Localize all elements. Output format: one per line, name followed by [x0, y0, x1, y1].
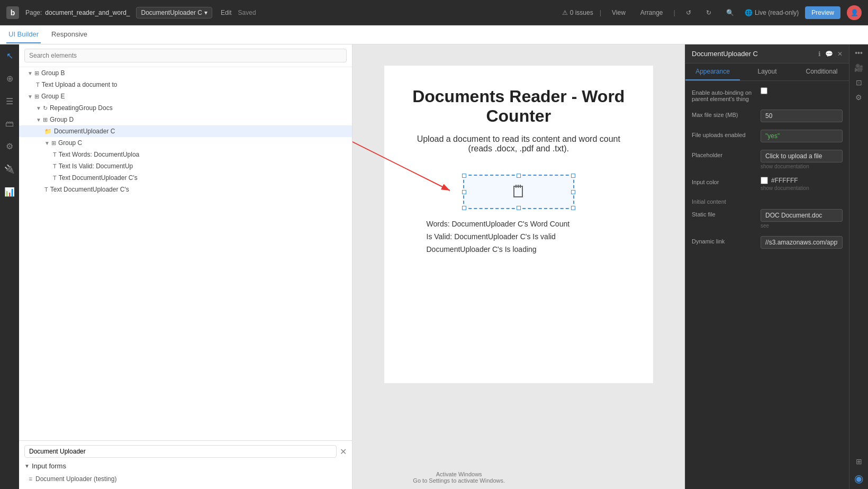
- tab-conditional[interactable]: Conditional: [794, 64, 849, 80]
- close-icon[interactable]: ✕: [837, 50, 843, 58]
- list-icon: ≡: [29, 475, 32, 483]
- tree-label: Text Upload a document to: [42, 81, 117, 88]
- tree-item-text-uploader1[interactable]: T Text DocumentUploader C's: [19, 172, 352, 184]
- list-item-doc-uploader[interactable]: ≡ Document Uploader (testing): [24, 473, 347, 485]
- layers-icon[interactable]: ☰: [4, 94, 15, 108]
- arrow-icon: ▼: [36, 105, 41, 111]
- tree-label: RepeatingGroup Docs: [50, 104, 113, 112]
- resize-handle-bm[interactable]: [517, 206, 521, 210]
- resize-handle-rm[interactable]: [571, 190, 575, 194]
- arrange-button[interactable]: Arrange: [636, 7, 667, 19]
- undo-button[interactable]: ↺: [682, 7, 695, 19]
- tab-layout[interactable]: Layout: [740, 64, 794, 80]
- tree-label: DocumentUploader C: [54, 128, 115, 135]
- field-placeholder: Placeholder show documentation: [692, 150, 843, 169]
- edit-button[interactable]: Edit: [221, 9, 232, 16]
- arrow-icon: ▼: [28, 94, 33, 99]
- resize-handle-bl[interactable]: [462, 206, 466, 210]
- group-icon: ⊞: [34, 70, 39, 77]
- tree-label: Text Is Valid: DocumentUp: [59, 162, 133, 170]
- static-file-input[interactable]: [761, 209, 843, 222]
- dots-icon[interactable]: •••: [855, 49, 863, 57]
- tree-item-group-b[interactable]: ▼ ⊞ Group B: [19, 67, 352, 79]
- tree-item-document-uploader[interactable]: 📁 DocumentUploader C: [19, 125, 352, 137]
- tab-responsive[interactable]: Responsive: [49, 26, 89, 43]
- settings-icon[interactable]: ⚙: [4, 139, 15, 153]
- max-file-size-input[interactable]: [761, 110, 843, 122]
- text-icon: T: [44, 186, 48, 193]
- pointer-icon[interactable]: ↖: [4, 49, 15, 63]
- field-label: Input color: [692, 177, 761, 185]
- search-button[interactable]: 🔍: [722, 7, 738, 19]
- elements-icon[interactable]: ⊕: [4, 71, 15, 86]
- field-label: Static file: [692, 209, 761, 218]
- input-forms-section: ▼ Input forms: [24, 462, 347, 470]
- tree-item-text-words[interactable]: T Text Words: DocumentUploa: [19, 149, 352, 160]
- tab-ui-builder[interactable]: UI Builder: [6, 26, 41, 43]
- data-icon[interactable]: 🗃: [3, 117, 16, 131]
- view-button[interactable]: View: [608, 7, 630, 19]
- color-swatch[interactable]: [761, 177, 768, 184]
- resize-handle-tm[interactable]: [517, 174, 521, 178]
- element-selector[interactable]: DocumentUploader C ▾: [136, 7, 212, 19]
- tree-item-group-c[interactable]: ▼ ⊞ Group C: [19, 137, 352, 149]
- preview-button[interactable]: Preview: [805, 6, 840, 19]
- color-value: #FFFFFF: [771, 177, 798, 184]
- grid-icon[interactable]: ⊞: [856, 457, 862, 466]
- plugins-icon[interactable]: 🔌: [2, 162, 17, 176]
- video-icon[interactable]: 🎥: [854, 64, 863, 72]
- circle-icon[interactable]: ◉: [854, 472, 863, 485]
- tree-item-group-d[interactable]: ▼ ⊞ Group D: [19, 114, 352, 125]
- resize-handle-tl[interactable]: [462, 174, 466, 178]
- resize-handle-lm[interactable]: [462, 190, 466, 194]
- comment-icon[interactable]: 💬: [825, 50, 833, 58]
- tree-label: Group D: [50, 116, 74, 123]
- dynamic-link-input[interactable]: [761, 236, 843, 249]
- field-max-file-size: Max file size (MB): [692, 110, 843, 122]
- arrow-icon: ▼: [36, 117, 41, 123]
- upload-widget[interactable]: 🗒: [463, 175, 574, 209]
- file-uploads-input[interactable]: [761, 130, 843, 142]
- initial-content-section: Initial content: [692, 198, 843, 205]
- analytics-icon[interactable]: 📊: [2, 185, 17, 199]
- app-logo: b: [6, 6, 19, 19]
- list-item-label: Document Uploader (testing): [35, 475, 116, 483]
- input-color-doc-link[interactable]: show documentation: [761, 185, 843, 191]
- search-input[interactable]: [24, 49, 347, 62]
- tree-item-text-uploader2[interactable]: T Text DocumentUploader C's: [19, 184, 352, 195]
- tree-item-text-upload[interactable]: T Text Upload a document to: [19, 79, 352, 90]
- placeholder-input[interactable]: [761, 150, 843, 162]
- info-text-loading: DocumentUploader C's Is loading: [427, 245, 611, 253]
- group-icon: ⊞: [34, 93, 39, 100]
- resize-handle-tr[interactable]: [571, 174, 575, 178]
- see-link[interactable]: see: [761, 223, 843, 229]
- warning-icon: ⚠: [562, 9, 568, 16]
- tree-item-group-e[interactable]: ▼ ⊞ Group E: [19, 90, 352, 102]
- tree-label: Text Words: DocumentUploa: [59, 151, 140, 158]
- text-icon: T: [53, 175, 57, 181]
- resize-handle-br[interactable]: [571, 206, 575, 210]
- panel-tabs: Appearance Layout Conditional: [685, 64, 849, 81]
- resize-icon[interactable]: ⊡: [856, 78, 862, 87]
- auto-binding-checkbox[interactable]: [761, 87, 767, 94]
- field-label: Placeholder: [692, 150, 761, 158]
- redo-button[interactable]: ↻: [702, 7, 716, 19]
- tab-appearance[interactable]: Appearance: [685, 64, 740, 80]
- upload-box[interactable]: 🗒: [463, 175, 574, 209]
- field-value: [761, 87, 843, 96]
- right-panel: DocumentUploader C ℹ 💬 ✕ Appearance Layo…: [685, 44, 849, 489]
- tools-icon[interactable]: ⚙: [855, 93, 862, 102]
- panel-header: DocumentUploader C ℹ 💬 ✕: [685, 44, 849, 64]
- left-icon-strip: ↖ ⊕ ☰ 🗃 ⚙ 🔌 📊: [0, 44, 19, 489]
- placeholder-doc-link[interactable]: show documentation: [761, 164, 843, 169]
- tree-item-repeating-group[interactable]: ▼ ↻ RepeatingGroup Docs: [19, 102, 352, 114]
- close-icon[interactable]: ✕: [340, 447, 347, 457]
- sidebar: ▼ ⊞ Group B T Text Upload a document to …: [19, 44, 352, 489]
- main-area: ↖ ⊕ ☰ 🗃 ⚙ 🔌 📊 ▼ ⊞ Group B T Text Upload …: [0, 44, 868, 489]
- tree-item-text-isvalid[interactable]: T Text Is Valid: DocumentUp: [19, 160, 352, 172]
- bottom-search-input[interactable]: [24, 445, 337, 458]
- tree-label: Text DocumentUploader C's: [59, 174, 138, 182]
- group-icon: ⊞: [43, 116, 48, 123]
- info-icon[interactable]: ℹ: [818, 50, 821, 58]
- avatar: 👤: [847, 5, 862, 20]
